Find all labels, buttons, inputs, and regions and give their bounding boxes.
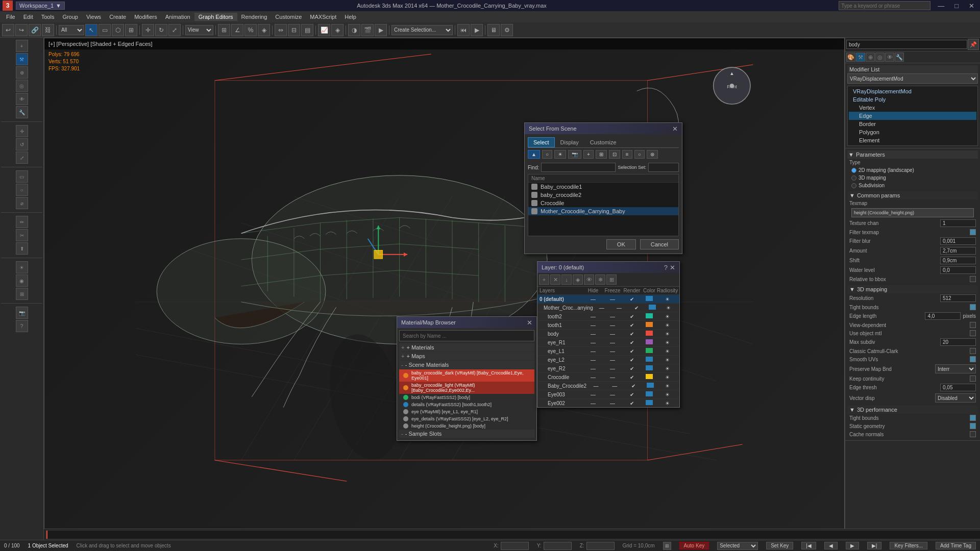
layer-hide-toggle[interactable]: — [593, 305, 610, 311]
sel-none-btn[interactable]: ○ [634, 150, 645, 159]
materials-section-header[interactable]: + + Materials [399, 343, 534, 352]
play-fwd[interactable]: ▶ [471, 24, 483, 36]
unlink-button[interactable]: ⛓ [42, 24, 54, 36]
layer-row-eyeR2[interactable]: eye_R2 —— ✔ ☀ [537, 364, 679, 373]
scene-materials-header[interactable]: - - Scene Materials [399, 361, 534, 369]
angle-snap[interactable]: ∠ [231, 24, 243, 36]
amount-input[interactable] [940, 247, 976, 255]
sel-geo-btn[interactable]: ▲ [528, 150, 540, 159]
prev-frame[interactable]: |◀ [801, 542, 816, 549]
layer-color[interactable] [642, 296, 657, 302]
layer-row-eyeL2[interactable]: eye_L2 —— ✔ ☀ [537, 356, 679, 364]
menu-graph-editors[interactable]: Graph Editors [194, 13, 237, 21]
preserve-map-select[interactable]: Interr [935, 364, 976, 373]
rp-tab-hier[interactable]: ⊕ [866, 53, 875, 62]
layer-render-toggle[interactable]: ✔ [622, 331, 642, 337]
key-filters-button[interactable]: Key Filters... [890, 542, 927, 549]
layer-color[interactable] [642, 322, 657, 328]
classic-catmull-check[interactable] [970, 348, 976, 354]
layer-row-croc[interactable]: Crocodile —— ✔ ☀ [537, 373, 679, 382]
display-tool[interactable]: 👁 [16, 93, 28, 105]
body-search-input[interactable] [846, 40, 967, 49]
scene-item-baby2[interactable]: baby_crocodile2 [528, 191, 678, 199]
layer-freeze-toggle[interactable]: — [603, 331, 622, 337]
layer-render-toggle[interactable]: ✔ [622, 314, 642, 319]
layer-row-body[interactable]: body — — ✔ ☀ [537, 330, 679, 338]
layer-freeze-toggle[interactable]: — [603, 296, 622, 302]
layer-row-mother[interactable]: Mother_Croc...arrying — — ✔ ☀ [537, 304, 679, 312]
render-scene[interactable]: 🎬 [361, 24, 374, 36]
layer-freeze-toggle[interactable]: — [610, 305, 628, 311]
extrude-tool[interactable]: ⬆ [16, 242, 28, 255]
select-scale[interactable]: ⤢ [16, 152, 28, 164]
rp-tab-util[interactable]: 🔧 [895, 53, 904, 62]
timeline-track[interactable] [46, 530, 980, 539]
motion-tool[interactable]: ◎ [16, 80, 28, 92]
selected-dropdown[interactable]: Selected [717, 542, 758, 550]
layer-freeze-toggle[interactable]: — [603, 322, 622, 328]
vector-disp-select[interactable]: Disabled [935, 393, 976, 403]
create-tool[interactable]: + [16, 40, 28, 52]
layer-hide-toggle[interactable]: — [583, 322, 603, 328]
layer-render-toggle[interactable]: ✔ [628, 305, 645, 311]
relative-bbox-check[interactable] [970, 276, 976, 282]
layer-render-toggle[interactable]: ✔ [622, 322, 642, 328]
layer-row-baby2[interactable]: Baby_Crocodile2 —— ✔ ☀ [537, 382, 679, 390]
mat-item-5[interactable]: eye_details (VRayFastSSS2) [eye_L2, eye_… [399, 415, 534, 422]
layer-delete[interactable]: ✕ [550, 274, 560, 285]
layer-row-eye003[interactable]: Eye003 —— ✔ ☀ [537, 390, 679, 399]
edge-length-input[interactable] [925, 312, 961, 320]
spot-light[interactable]: ◉ [16, 274, 28, 287]
material-editor[interactable]: ◑ [348, 24, 360, 36]
layers-dialog-header[interactable]: Layer: 0 (default) ? ✕ [537, 262, 679, 273]
layer-new[interactable]: + [539, 274, 549, 285]
rp-tab-display[interactable]: 👁 [885, 53, 894, 62]
layer-hide-toggle[interactable]: — [583, 314, 603, 319]
menu-customize[interactable]: Customize [271, 13, 306, 21]
snap-indicator[interactable]: ⊞ [663, 542, 671, 550]
modify-tool[interactable]: ⚒ [16, 53, 28, 65]
edge-thresh-input[interactable] [940, 384, 976, 391]
select-rotate[interactable]: ↺ [16, 138, 28, 151]
layer-row-eyeL1[interactable]: eye_L1 —— ✔ ☀ [537, 347, 679, 356]
set-key-button[interactable]: Set Key [766, 542, 793, 549]
camera-tool[interactable]: 📷 [16, 307, 28, 319]
render-current[interactable]: 🖥 [487, 24, 500, 36]
layer-hide-toggle[interactable]: — [583, 331, 603, 337]
ok-button[interactable]: OK [606, 239, 636, 249]
static-geometry-check[interactable] [970, 423, 976, 429]
shift-input[interactable] [940, 257, 976, 264]
view-dep-check[interactable] [970, 322, 976, 328]
search-input[interactable] [839, 1, 930, 10]
window-cross-button[interactable]: ⊞ [125, 24, 137, 36]
select-dialog-header[interactable]: Select From Scene ✕ [525, 123, 682, 134]
mat-item-1[interactable]: baby_crocodile_light (VRayMtl) [Baby_Cro… [399, 382, 534, 394]
layers-help-button[interactable]: ? [664, 264, 668, 271]
layer-color[interactable] [645, 305, 659, 311]
auto-key-button[interactable]: Auto Key [679, 542, 709, 549]
menu-edit[interactable]: Edit [19, 13, 37, 21]
tight-bounds-check[interactable] [970, 304, 976, 310]
3d-mapping-header[interactable]: ▼ 3D mapping [847, 285, 978, 293]
radio-subdivision[interactable]: Subdivision [847, 182, 978, 189]
sel-space-btn[interactable]: ⊞ [596, 150, 607, 159]
layer-freeze-all[interactable]: ❄ [595, 274, 605, 285]
menu-animation[interactable]: Animation [161, 13, 194, 21]
minimize-button[interactable]: — [935, 1, 947, 11]
radio-2d-mapping[interactable]: 2D mapping (landscape) [847, 166, 978, 174]
use-obj-mtl-check[interactable] [970, 330, 976, 336]
sel-shape-btn[interactable]: ○ [542, 150, 552, 159]
render-settings[interactable]: ⚙ [501, 24, 513, 36]
max-subdiv-input[interactable] [940, 338, 976, 346]
maximize-button[interactable]: □ [951, 1, 962, 11]
select-lasso-button[interactable]: ⬡ [112, 24, 124, 36]
modifier-dropdown[interactable]: VRayDisplacementMod [847, 73, 978, 84]
sel-all-btn[interactable]: ≡ [622, 150, 632, 159]
curve-editor[interactable]: 📈 [318, 24, 330, 36]
z-input[interactable] [586, 542, 615, 550]
mod-edge[interactable]: Edge [849, 112, 976, 120]
sel-helper-btn[interactable]: + [583, 150, 594, 159]
layer-color[interactable] [642, 331, 657, 337]
menu-create[interactable]: Create [105, 13, 130, 21]
mat-item-2[interactable]: bodi (VRayFastSSS2) [body] [399, 394, 534, 401]
